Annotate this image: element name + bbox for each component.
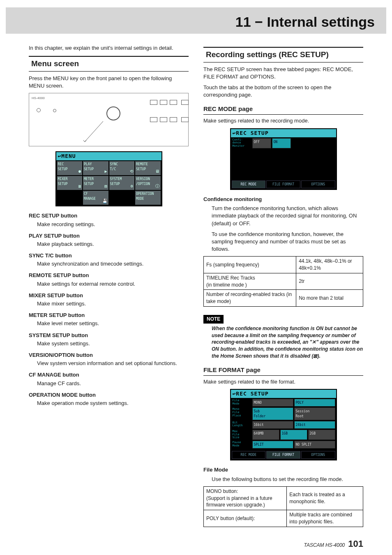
confidence-p1: Turn the confidence monitoring function,…: [212, 205, 363, 227]
return-icon: ↩: [58, 153, 62, 159]
menu-cell-icon: ⚙: [131, 183, 133, 189]
note-body: When the confidence monitoring function …: [212, 325, 363, 360]
file-format-heading: FILE FORMAT page: [203, 365, 363, 376]
table-cell: 2tr: [296, 273, 363, 290]
return-icon: ↩: [233, 391, 236, 397]
ff-option-button[interactable]: NO SPLIT: [294, 441, 335, 449]
menu-cell-icon: ▶: [104, 169, 107, 174]
table-cell: Fs (sampling frequency): [204, 257, 296, 273]
chapter-title: 11 − Internal settings: [235, 12, 375, 32]
button-title: PLAY SETUP button: [29, 232, 189, 240]
tab-file-format[interactable]: FILE FORMAT: [266, 180, 300, 188]
file-format-lcd: ↩REC SETUP File ModeMONOPOLYMono File Pl…: [230, 389, 337, 460]
ff-row-label: File Mode: [232, 399, 251, 407]
file-format-intro: Make settings related to the file format…: [203, 378, 363, 386]
page-footer: TASCAM HS-4000 101: [0, 535, 392, 555]
rec-mode-heading: REC MODE page: [203, 104, 363, 115]
menu-cell-icon: 💾: [102, 198, 107, 204]
note-label: NOTE: [203, 315, 224, 324]
button-desc: Make settings for external remote contro…: [37, 280, 189, 288]
ff-option-button[interactable]: Session Root: [294, 407, 335, 420]
rec-setup-intro1: The REC SETUP screen has three tabbed pa…: [203, 66, 363, 81]
menu-cell[interactable]: METER SETUP▤: [83, 176, 108, 190]
ff-option-button[interactable]: MONO: [252, 399, 293, 407]
file-format-lcd-title: REC SETUP: [236, 391, 268, 397]
menu-cell[interactable]: MIXER SETUP▥: [57, 176, 83, 190]
menu-cell: [57, 191, 83, 205]
ff-option-button[interactable]: POLY: [294, 399, 335, 407]
menu-cell[interactable]: OPERATION MODE: [135, 191, 161, 205]
menu-cell[interactable]: SYSTEM SETUP⚙: [109, 176, 135, 190]
menu-cell[interactable]: SYNC T/C⟲: [109, 161, 135, 175]
button-title: SYNC T/C button: [29, 252, 189, 259]
tab-options[interactable]: OPTIONS: [301, 451, 335, 459]
ff-option-button[interactable]: Sub Folder: [252, 407, 293, 420]
menu-screen-heading: Menu screen: [29, 56, 189, 72]
device-illustration: HS-4000: [29, 93, 189, 146]
table-cell: 44.1k, 48k, 48k–0.1% or 48k+0.1%: [296, 257, 363, 273]
menu-lcd: ↩MENU REC SETUP●PLAY SETUP▶SYNC T/C⟲REMO…: [55, 151, 162, 206]
ff-option-button[interactable]: 2GB: [308, 430, 335, 440]
button-desc: View system version information and set …: [37, 360, 189, 367]
table-cell: TIMELINE Rec Tracks (in timeline mode ): [204, 273, 296, 290]
button-title: CF MANAGE button: [29, 371, 189, 379]
off-button[interactable]: OFF: [252, 138, 271, 148]
menu-cell-icon: ▥: [78, 183, 81, 189]
file-mode-table: MONO button: (Support is planned in a fu…: [203, 486, 363, 527]
return-icon: ↩: [233, 130, 236, 136]
menu-cell[interactable]: VERSION /OPTIONⓘ: [135, 176, 161, 190]
menu-screen-intro: Press the MENU key on the front panel to…: [29, 75, 189, 90]
button-desc: Make level meter settings.: [37, 320, 189, 327]
menu-cell: [109, 191, 135, 205]
button-title: REC SETUP button: [29, 212, 189, 220]
menu-cell[interactable]: CF MANAGE💾: [83, 191, 108, 205]
confidence-table: Fs (sampling frequency)44.1k, 48k, 48k–0…: [203, 256, 363, 307]
ff-row-label: Pause Mode: [232, 441, 251, 449]
menu-cell[interactable]: REMOTE SETUP🖥: [135, 161, 161, 175]
button-desc: Manage CF cards.: [37, 380, 189, 387]
button-desc: Make mixer settings.: [37, 300, 189, 308]
button-desc: Make playback settings.: [37, 240, 189, 248]
table-cell: Each track is treated as a monophonic fi…: [287, 486, 363, 510]
table-cell: MONO button: (Support is planned in a fu…: [204, 486, 287, 510]
ff-option-button[interactable]: SPLIT: [252, 441, 293, 449]
ff-row-label: Bit Length: [232, 421, 251, 429]
table-cell: POLY button (default):: [204, 510, 287, 527]
rec-mode-intro: Make settings related to the recording m…: [203, 117, 363, 125]
table-cell: Number of recording-enabled tracks (in t…: [204, 290, 296, 307]
button-desc: Make system settings.: [37, 340, 189, 347]
button-title: MIXER SETUP button: [29, 292, 189, 299]
menu-cell[interactable]: REC SETUP●: [57, 161, 83, 175]
file-mode-intro: Use the following buttons to set the rec…: [212, 476, 363, 483]
menu-cell-icon: ▤: [104, 183, 107, 189]
button-title: METER SETUP button: [29, 312, 189, 319]
ff-row-label: Max File Size: [232, 430, 251, 440]
button-title: VERSION/OPTION button: [29, 352, 189, 359]
button-desc: Make recording settings.: [37, 221, 189, 228]
rec-mode-lcd: ↩REC SETUP Confi- dence Monitor OFF ON R…: [230, 128, 337, 190]
on-button[interactable]: ON: [272, 138, 291, 148]
menu-cell-icon: ⟲: [130, 169, 133, 174]
ff-option-button[interactable]: 1GB: [280, 430, 307, 440]
confidence-monitor-label: Confi- dence Monitor: [232, 138, 251, 148]
tab-file-format[interactable]: FILE FORMAT: [266, 451, 300, 459]
chapter-intro: In this chapter, we explain the unit's i…: [29, 44, 189, 52]
tab-rec-mode[interactable]: REC MODE: [232, 180, 266, 188]
confidence-monitoring-title: Confidence monitoring: [203, 196, 363, 203]
ff-option-button[interactable]: 640MB: [252, 430, 279, 440]
ff-option-button[interactable]: 16bit: [252, 421, 293, 429]
tab-rec-mode[interactable]: REC MODE: [232, 451, 266, 459]
table-cell: Multiple tracks are combined into polyph…: [287, 510, 363, 527]
rec-setup-intro2: Touch the tabs at the bottom of the scre…: [203, 84, 363, 99]
rec-setup-heading: Recording settings (REC SETUP): [203, 47, 363, 62]
menu-cell[interactable]: PLAY SETUP▶: [83, 161, 108, 175]
button-title: REMOTE SETUP button: [29, 272, 189, 279]
rec-mode-lcd-title: REC SETUP: [236, 130, 268, 136]
footer-page-number: 101: [348, 538, 363, 550]
ff-option-button[interactable]: 24bit: [294, 421, 335, 429]
tab-options[interactable]: OPTIONS: [301, 180, 335, 188]
menu-cell-icon: ●: [78, 169, 81, 174]
footer-model: TASCAM HS-4000: [304, 542, 345, 549]
button-title: OPERATION MODE button: [29, 391, 189, 399]
menu-cell-icon: 🖥: [155, 169, 159, 174]
